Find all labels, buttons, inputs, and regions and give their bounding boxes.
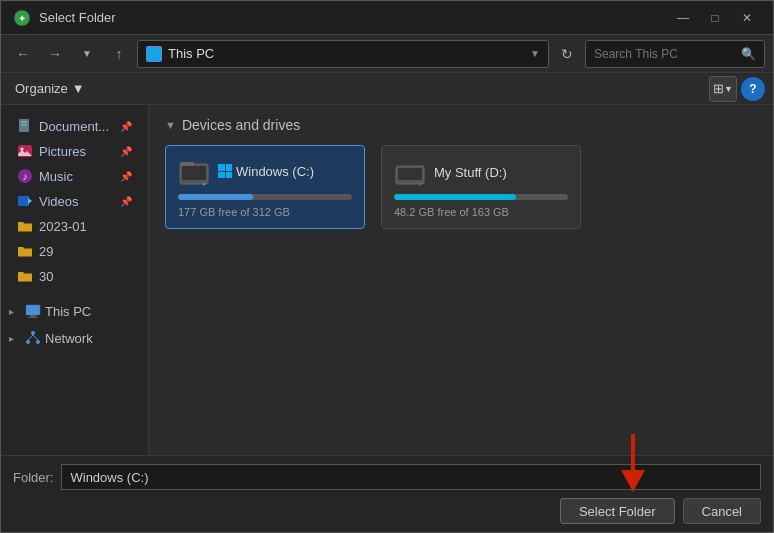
drive-d-bar: [394, 194, 516, 200]
svg-marker-10: [28, 198, 32, 204]
sidebar-item-music[interactable]: ♪ Music 📌: [5, 164, 144, 188]
folder-2023-icon: [17, 218, 33, 234]
maximize-button[interactable]: □: [701, 7, 729, 29]
svg-rect-21: [180, 162, 194, 166]
drive-d-bar-container: [394, 194, 568, 200]
sidebar-item-30-label: 30: [39, 269, 53, 284]
sidebar-item-2023-label: 2023-01: [39, 219, 87, 234]
drive-c-size-info: 177 GB free of 312 GB: [178, 206, 352, 218]
pictures-icon: [17, 143, 33, 159]
folder-30-icon: [17, 268, 33, 284]
address-chevron-icon: ▼: [530, 48, 540, 59]
forward-button[interactable]: →: [41, 40, 69, 68]
svg-rect-11: [26, 305, 40, 315]
app-icon: ✦: [13, 9, 31, 27]
sidebar-item-pictures[interactable]: Pictures 📌: [5, 139, 144, 163]
drive-c-info: Windows (C:): [218, 164, 314, 181]
folder-label: Folder:: [13, 470, 53, 485]
section-header: ▼ Devices and drives: [165, 117, 757, 133]
tree-arrow-network: ▸: [9, 333, 21, 344]
sidebar-item-videos[interactable]: Videos 📌: [5, 189, 144, 213]
sidebar: Document... 📌 Pictures 📌 ♪ Music 📌: [1, 105, 149, 455]
drive-c-bar-container: [178, 194, 352, 200]
close-button[interactable]: ✕: [733, 7, 761, 29]
sidebar-item-documents-label: Document...: [39, 119, 109, 134]
pin-icon-2: 📌: [120, 146, 132, 157]
drive-d-size-info: 48.2 GB free of 163 GB: [394, 206, 568, 218]
drive-item-d[interactable]: My Stuff (D:) 48.2 GB free of 163 GB: [381, 145, 581, 229]
sidebar-item-documents[interactable]: Document... 📌: [5, 114, 144, 138]
svg-point-25: [419, 183, 422, 186]
back-button[interactable]: ←: [9, 40, 37, 68]
view-toggle-button[interactable]: ⊞ ▼: [709, 76, 737, 102]
organize-chevron-icon: ▼: [72, 81, 85, 96]
pin-icon-4: 📌: [120, 196, 132, 207]
view-grid-icon: ⊞: [713, 81, 724, 96]
section-label: Devices and drives: [182, 117, 300, 133]
sidebar-tree-network-label: Network: [45, 331, 93, 346]
drive-c-label: Windows (C:): [236, 164, 314, 179]
drive-c-icon: [178, 156, 210, 188]
sidebar-item-29[interactable]: 29: [5, 239, 144, 263]
recent-locations-button[interactable]: ▼: [73, 40, 101, 68]
select-folder-button[interactable]: Select Folder: [560, 498, 675, 524]
svg-rect-9: [18, 196, 29, 206]
drive-d-info: My Stuff (D:): [434, 165, 507, 180]
svg-rect-13: [28, 317, 38, 318]
pin-icon: 📌: [120, 121, 132, 132]
svg-rect-20: [182, 166, 206, 180]
svg-rect-24: [398, 168, 422, 180]
command-bar: Organize ▼ ⊞ ▼ ?: [1, 73, 773, 105]
search-input[interactable]: [594, 47, 735, 61]
this-pc-address-icon: [146, 46, 162, 62]
organize-button[interactable]: Organize ▼: [9, 79, 91, 98]
nav-toolbar: ← → ▼ ↑ This PC ▼ ↻ 🔍: [1, 35, 773, 73]
svg-point-22: [203, 183, 206, 186]
sidebar-tree-this-pc[interactable]: ▸ This PC: [1, 298, 148, 324]
folder-input[interactable]: [61, 464, 761, 490]
svg-line-18: [33, 335, 38, 340]
sidebar-tree-network[interactable]: ▸ Network: [1, 325, 148, 351]
view-controls: ⊞ ▼ ?: [709, 76, 765, 102]
documents-icon: [17, 118, 33, 134]
address-bar[interactable]: This PC ▼: [137, 40, 549, 68]
music-icon: ♪: [17, 168, 33, 184]
drive-item-c[interactable]: Windows (C:) 177 GB free of 312 GB: [165, 145, 365, 229]
bottom-bar: Folder: Select Folder Cancel: [1, 455, 773, 532]
view-chevron-icon: ▼: [724, 84, 733, 94]
pin-icon-3: 📌: [120, 171, 132, 182]
sidebar-item-29-label: 29: [39, 244, 53, 259]
sidebar-item-videos-label: Videos: [39, 194, 79, 209]
drive-d-label: My Stuff (D:): [434, 165, 507, 180]
sidebar-item-30[interactable]: 30: [5, 264, 144, 288]
sidebar-item-music-label: Music: [39, 169, 73, 184]
sidebar-item-2023[interactable]: 2023-01: [5, 214, 144, 238]
minimize-button[interactable]: —: [669, 7, 697, 29]
folder-row: Folder:: [13, 464, 761, 490]
sidebar-separator: [1, 289, 148, 297]
svg-rect-12: [30, 315, 36, 317]
cancel-button[interactable]: Cancel: [683, 498, 761, 524]
drives-grid: Windows (C:) 177 GB free of 312 GB: [165, 145, 757, 229]
svg-point-16: [36, 340, 40, 344]
drive-c-header: Windows (C:): [178, 156, 352, 188]
drive-d-header: My Stuff (D:): [394, 156, 568, 188]
title-text: Select Folder: [39, 10, 116, 25]
network-icon: [25, 330, 41, 346]
search-icon: 🔍: [741, 47, 756, 61]
select-folder-dialog: ✦ Select Folder — □ ✕ ← → ▼ ↑ This PC ▼ …: [0, 0, 774, 533]
drive-d-icon: [394, 156, 426, 188]
tree-arrow-this-pc: ▸: [9, 306, 21, 317]
title-bar-controls: — □ ✕: [669, 7, 761, 29]
organize-label: Organize: [15, 81, 68, 96]
svg-rect-3: [21, 121, 27, 123]
sidebar-item-pictures-label: Pictures: [39, 144, 86, 159]
content-area: ▼ Devices and drives: [149, 105, 773, 455]
buttons-row: Select Folder Cancel: [13, 498, 761, 524]
search-box[interactable]: 🔍: [585, 40, 765, 68]
help-button[interactable]: ?: [741, 77, 765, 101]
folder-29-icon: [17, 243, 33, 259]
refresh-button[interactable]: ↻: [553, 40, 581, 68]
up-button[interactable]: ↑: [105, 40, 133, 68]
svg-point-14: [31, 331, 35, 335]
